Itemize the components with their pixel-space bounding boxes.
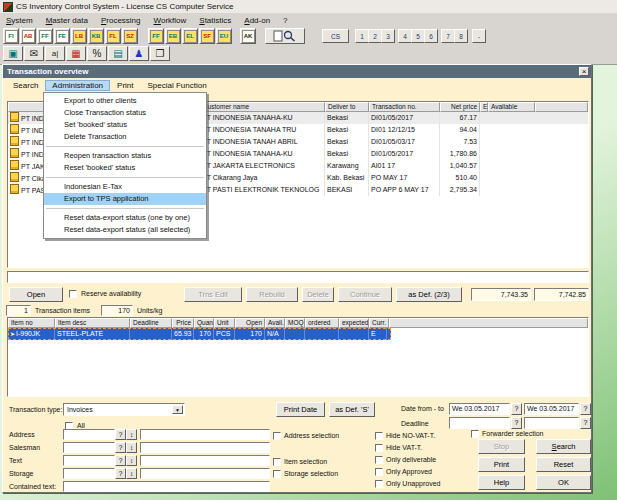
- menu-item-export-other-clients[interactable]: Export to other clients: [44, 95, 206, 107]
- salesman-input[interactable]: [63, 442, 115, 453]
- stop-button[interactable]: Stop: [478, 439, 525, 454]
- toolbar-doc-button-12[interactable]: SF: [199, 28, 215, 44]
- toolbar-user-button[interactable]: ♟: [129, 46, 149, 61]
- storage-selection-checkbox[interactable]: [273, 470, 281, 478]
- toolbar-screen-button[interactable]: ▣: [3, 46, 23, 61]
- menu-item-reopen-transaction-status[interactable]: Reopen transaction status: [44, 150, 206, 162]
- menu-item-reset-booked-status[interactable]: Reset 'booked' status: [44, 162, 206, 174]
- col-header-transaction-no[interactable]: Transaction no.: [369, 102, 440, 112]
- toolbar-archive-button[interactable]: ▤: [108, 46, 128, 61]
- storage-input[interactable]: [63, 468, 115, 479]
- menu-item-reset-data-export-all-selected[interactable]: Reset data-export status (all selected): [44, 224, 206, 236]
- quick-button-6[interactable]: 6: [424, 29, 438, 43]
- forwarder-selection-checkbox[interactable]: [471, 430, 479, 438]
- ok-button[interactable]: OK: [536, 475, 591, 490]
- text-input[interactable]: [63, 455, 115, 466]
- quick-button-4[interactable]: 4: [398, 29, 412, 43]
- only-deliverable-checkbox[interactable]: [375, 456, 383, 464]
- col-header-item-desc[interactable]: Item desc: [55, 318, 130, 328]
- col-header-available[interactable]: Available: [488, 102, 535, 112]
- toolbar-doc-button-9[interactable]: FF: [148, 28, 164, 44]
- menu-item-set-booked-status[interactable]: Set 'booked' status: [44, 119, 206, 131]
- quick-button-2[interactable]: 2: [368, 29, 382, 43]
- toolbar-mail-button[interactable]: ✉: [24, 46, 44, 61]
- help-button[interactable]: Help: [478, 475, 525, 490]
- toolbar-find-button[interactable]: [265, 28, 305, 44]
- open-button[interactable]: Open: [9, 287, 63, 302]
- menu-item-close-transaction-status[interactable]: Close Transaction status: [44, 107, 206, 119]
- col-header-curr[interactable]: Curr.: [369, 318, 389, 328]
- date-to-input[interactable]: We 03.05.2017: [524, 403, 579, 415]
- toolbar-doc-button-10[interactable]: EB: [165, 28, 181, 44]
- toolbar-doc-button-11[interactable]: EL: [182, 28, 198, 44]
- text-lookup-button[interactable]: ?: [115, 455, 126, 466]
- date-from-lookup-button[interactable]: ?: [511, 403, 522, 415]
- salesman-range-button[interactable]: ↕: [126, 442, 137, 453]
- storage-name-input[interactable]: [140, 468, 270, 479]
- col-header-price[interactable]: Price: [172, 318, 194, 328]
- col-header-item-no[interactable]: Item no: [8, 318, 55, 328]
- menu-item-reset-data-export-one-by-one[interactable]: Reset data-export status (one by one): [44, 212, 206, 224]
- menu-system[interactable]: System: [6, 16, 33, 25]
- col-header-ordered[interactable]: ordered: [305, 318, 339, 328]
- toolbar-doc-button-7[interactable]: FL: [105, 28, 121, 44]
- contained-text-input[interactable]: [63, 481, 270, 492]
- address-name-input[interactable]: [140, 429, 270, 440]
- menu-master-data[interactable]: Master data: [46, 16, 88, 25]
- menu-help[interactable]: ?: [283, 16, 287, 25]
- quick-button-7[interactable]: 7: [441, 29, 455, 43]
- deadline-from-lookup-button[interactable]: ?: [511, 417, 522, 429]
- transaction-type-select[interactable]: Invoices ▼: [63, 403, 185, 416]
- toolbar-doc-button-2[interactable]: AB: [20, 28, 36, 44]
- menu-processing[interactable]: Processing: [101, 16, 141, 25]
- toolbar-doc-button-1[interactable]: FI: [3, 28, 19, 44]
- only-unapproved-checkbox[interactable]: [375, 480, 383, 488]
- hide-no-vat-checkbox[interactable]: [375, 432, 383, 440]
- address-input[interactable]: [63, 429, 115, 440]
- storage-lookup-button[interactable]: ?: [115, 468, 126, 479]
- trns-edit-button[interactable]: Trns Edit: [184, 287, 242, 302]
- toolbar-doc-button-13[interactable]: EU: [216, 28, 232, 44]
- quick-button-minus[interactable]: -: [472, 29, 486, 43]
- rebuild-button[interactable]: Rebuild: [246, 287, 298, 302]
- address-selection-checkbox[interactable]: [273, 432, 281, 440]
- col-header-unit[interactable]: Unit: [214, 318, 235, 328]
- search-button[interactable]: Search: [536, 439, 591, 454]
- quick-button-8[interactable]: 8: [454, 29, 468, 43]
- reset-button[interactable]: Reset: [536, 457, 591, 472]
- quick-button-1[interactable]: 1: [355, 29, 369, 43]
- col-header-customer[interactable]: Customer name: [200, 102, 325, 112]
- menu-item-delete-transaction[interactable]: Delete Transaction: [44, 131, 206, 143]
- toolbar-table-button[interactable]: ▦: [66, 46, 86, 61]
- col-header-expected[interactable]: expected...: [339, 318, 369, 328]
- col-header-deadline[interactable]: Deadline: [130, 318, 172, 328]
- menu-add-on[interactable]: Add-on: [244, 16, 270, 25]
- menu-item-export-to-tps-application[interactable]: Export to TPS application: [44, 193, 206, 205]
- col-header-avail[interactable]: Avail.: [265, 318, 285, 328]
- text-name-input[interactable]: [140, 455, 270, 466]
- delete-button[interactable]: Delete: [302, 287, 334, 302]
- toolbar-window-button[interactable]: ❐: [150, 46, 170, 61]
- hide-vat-checkbox[interactable]: [375, 444, 383, 452]
- item-selection-checkbox[interactable]: [273, 458, 281, 466]
- toolbar-percent-button[interactable]: %: [87, 46, 107, 61]
- item-row-selected[interactable]: ➤I-990JK STEEL-PLATE 65.93 170 PCS 170 N…: [8, 328, 391, 340]
- col-header-e[interactable]: E: [480, 102, 488, 112]
- continue-button[interactable]: Continue: [338, 287, 392, 302]
- reserve-availability-checkbox[interactable]: [69, 290, 77, 298]
- toolbar-notes-button[interactable]: a|: [45, 46, 65, 61]
- salesman-name-input[interactable]: [140, 442, 270, 453]
- toolbar-doc-button-8[interactable]: SZ: [122, 28, 138, 44]
- address-lookup-button[interactable]: ?: [115, 429, 126, 440]
- menu-item-indonesian-e-tax[interactable]: Indonesian E-Tax: [44, 181, 206, 193]
- as-def-s-button[interactable]: as Def. 'S': [329, 402, 375, 417]
- text-range-button[interactable]: ↕: [126, 455, 137, 466]
- storage-range-button[interactable]: ↕: [126, 468, 137, 479]
- toolbar-doc-button-5[interactable]: LB: [71, 28, 87, 44]
- quick-button-5[interactable]: 5: [411, 29, 425, 43]
- toolbar-doc-button-14[interactable]: AK: [240, 28, 256, 44]
- deadline-from-input[interactable]: [449, 417, 510, 429]
- toolbar-doc-button-4[interactable]: FE: [54, 28, 70, 44]
- col-header-open[interactable]: Open: [235, 318, 265, 328]
- print-date-button[interactable]: Print Date: [276, 402, 325, 417]
